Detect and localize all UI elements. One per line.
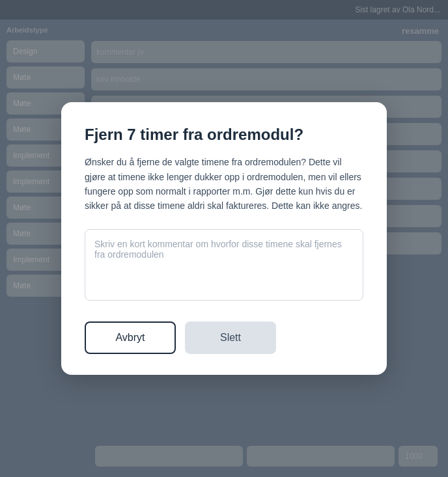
cancel-button[interactable]: Avbryt [85,321,176,354]
modal-title: Fjern 7 timer fra ordremodul? [85,126,363,144]
modal-overlay: Fjern 7 timer fra ordremodul? Ønsker du … [0,0,448,477]
comment-textarea[interactable] [85,229,363,301]
delete-button[interactable]: Slett [185,321,276,354]
modal-body-text: Ønsker du å fjerne de valgte timene fra … [85,155,363,213]
modal-actions: Avbryt Slett [85,321,363,354]
confirm-modal: Fjern 7 timer fra ordremodul? Ønsker du … [61,102,387,374]
